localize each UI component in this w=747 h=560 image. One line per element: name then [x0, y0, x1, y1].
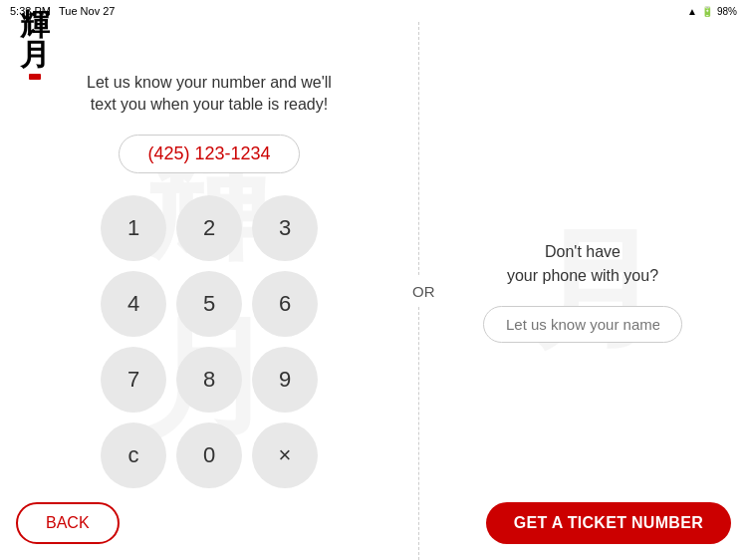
status-bar: 5:33 PM Tue Nov 27 ▲ 🔋 98% [0, 0, 747, 22]
key-2[interactable]: 2 [176, 195, 242, 261]
key-9[interactable]: 9 [252, 347, 318, 413]
watermark-right: 月 [531, 203, 660, 379]
main-container: 輝月 Let us know your number and we'lltext… [0, 22, 747, 560]
no-phone-text: Don't have your phone with you? [507, 240, 658, 288]
battery-icon: 🔋 [701, 6, 713, 17]
key-1[interactable]: 1 [101, 195, 166, 261]
bottom-bar: BACK GET A TICKET NUMBER [16, 502, 731, 544]
status-left: 5:33 PM Tue Nov 27 [10, 5, 115, 17]
key-3[interactable]: 3 [252, 195, 318, 261]
key-8[interactable]: 8 [176, 347, 242, 413]
right-panel: 月 Don't have your phone with you? [418, 22, 747, 560]
key-6[interactable]: 6 [252, 271, 318, 337]
key-7[interactable]: 7 [101, 347, 166, 413]
status-time: 5:33 PM [10, 5, 51, 17]
instruction-text: Let us know your number and we'lltext yo… [87, 72, 332, 117]
no-phone-title: Don't have [545, 243, 621, 260]
left-panel: 輝月 Let us know your number and we'lltext… [0, 22, 418, 560]
phone-display: (425) 123-1234 [119, 135, 299, 173]
keypad: 1 2 3 4 5 6 7 8 9 c 0 × [101, 195, 318, 488]
or-label: OR [408, 277, 430, 306]
key-clear[interactable]: c [101, 422, 166, 488]
key-5[interactable]: 5 [176, 271, 242, 337]
key-delete[interactable]: × [252, 422, 318, 488]
get-ticket-button[interactable]: GET A TICKET NUMBER [486, 502, 731, 544]
status-right: ▲ 🔋 98% [687, 6, 737, 17]
key-0[interactable]: 0 [176, 422, 242, 488]
key-4[interactable]: 4 [101, 271, 166, 337]
wifi-icon: ▲ [687, 6, 697, 17]
no-phone-subtitle: your phone with you? [507, 267, 658, 284]
instruction-label: Let us know your number and we'lltext yo… [87, 74, 332, 113]
status-date: Tue Nov 27 [59, 5, 115, 17]
back-button[interactable]: BACK [16, 502, 120, 544]
battery-level: 98% [717, 6, 737, 17]
name-input[interactable] [483, 306, 682, 343]
